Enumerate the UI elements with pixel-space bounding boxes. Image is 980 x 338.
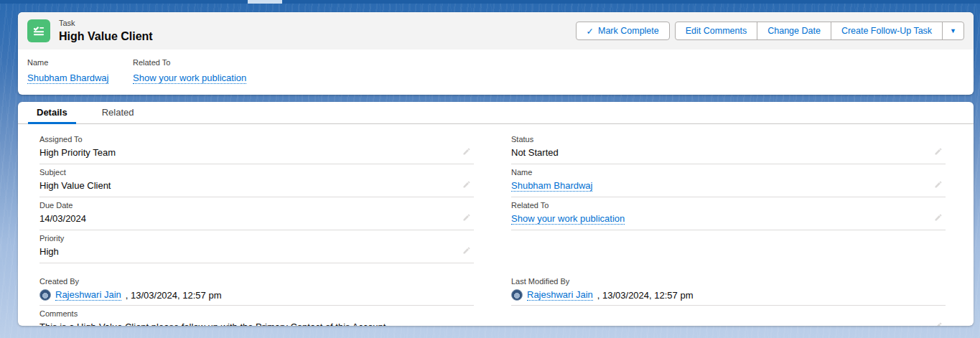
modified-by-user-link[interactable]: Rajeshwari Jain xyxy=(527,289,593,301)
chevron-down-icon: ▼ xyxy=(950,27,956,34)
tab-details[interactable]: Details xyxy=(28,102,76,124)
highlight-name-label: Name xyxy=(27,58,133,68)
field-status: Status Not Started xyxy=(511,131,946,164)
contact-link[interactable]: Shubham Bhardwaj xyxy=(511,180,592,192)
field-subject: Subject High Value Client xyxy=(39,164,474,197)
action-button-group: Edit Comments Change Date Create Follow-… xyxy=(675,22,964,40)
record-highlights-card: Task High Value Client ✓ Mark Complete E… xyxy=(18,12,974,95)
tab-related[interactable]: Related xyxy=(93,102,143,124)
field-priority: Priority High xyxy=(39,230,474,263)
edit-pencil-icon[interactable] xyxy=(934,179,943,192)
page-title: High Value Client xyxy=(59,29,153,43)
modified-datetime: , 13/03/2024, 12:57 pm xyxy=(597,290,694,301)
nav-tab-remnant xyxy=(248,0,282,4)
field-assigned-to: Assigned To High Priority Team xyxy=(39,131,474,164)
field-created-by: Created By Rajeshwari Jain , 13/03/2024,… xyxy=(39,273,474,306)
field-last-modified-by: Last Modified By Rajeshwari Jain , 13/03… xyxy=(511,273,946,306)
user-avatar xyxy=(511,289,523,301)
task-icon xyxy=(27,19,50,42)
contact-link[interactable]: Shubham Bhardwaj xyxy=(27,72,108,84)
more-actions-dropdown-button[interactable]: ▼ xyxy=(942,22,964,40)
record-actions: ✓ Mark Complete Edit Comments Change Dat… xyxy=(576,22,964,40)
change-date-button[interactable]: Change Date xyxy=(757,22,831,40)
field-related-to: Related To Show your work publication xyxy=(511,197,946,230)
mark-complete-button[interactable]: ✓ Mark Complete xyxy=(576,22,670,40)
field-comments: Comments This is a High-Value Client ple… xyxy=(39,306,946,326)
entity-label: Task xyxy=(59,19,153,28)
highlights-fields: Name Shubham Bhardwaj Related To Show yo… xyxy=(18,50,974,95)
edit-pencil-icon[interactable] xyxy=(462,146,471,159)
edit-pencil-icon[interactable] xyxy=(934,320,943,325)
top-navigation-strip xyxy=(0,0,980,4)
field-due-date: Due Date 14/03/2024 xyxy=(39,197,474,230)
create-follow-up-task-button[interactable]: Create Follow-Up Task xyxy=(831,22,943,40)
record-header-band: Task High Value Client ✓ Mark Complete E… xyxy=(18,12,974,50)
highlight-field-name: Name Shubham Bhardwaj xyxy=(27,58,133,85)
check-icon: ✓ xyxy=(587,26,594,37)
task-record-page: Task High Value Client ✓ Mark Complete E… xyxy=(0,0,980,338)
record-title-block: Task High Value Client xyxy=(59,19,153,42)
highlight-field-related-to: Related To Show your work publication xyxy=(133,58,246,85)
field-empty xyxy=(511,230,946,263)
created-datetime: , 13/03/2024, 12:57 pm xyxy=(126,290,222,301)
record-detail-card: Details Related Assigned To High Priorit… xyxy=(18,102,974,326)
edit-pencil-icon[interactable] xyxy=(462,245,471,258)
created-by-user-link[interactable]: Rajeshwari Jain xyxy=(55,289,121,301)
edit-pencil-icon[interactable] xyxy=(934,146,943,159)
highlight-related-label: Related To xyxy=(133,58,246,68)
edit-pencil-icon[interactable] xyxy=(462,212,471,225)
edit-comments-button[interactable]: Edit Comments xyxy=(675,22,757,40)
related-record-link[interactable]: Show your work publication xyxy=(511,213,625,225)
field-name: Name Shubham Bhardwaj xyxy=(511,164,946,197)
related-record-link[interactable]: Show your work publication xyxy=(133,72,246,84)
user-avatar xyxy=(39,289,51,301)
detail-field-grid: Assigned To High Priority Team Status No… xyxy=(18,124,974,326)
edit-pencil-icon[interactable] xyxy=(934,212,943,225)
record-tabs: Details Related xyxy=(18,102,974,124)
edit-pencil-icon[interactable] xyxy=(462,179,471,192)
